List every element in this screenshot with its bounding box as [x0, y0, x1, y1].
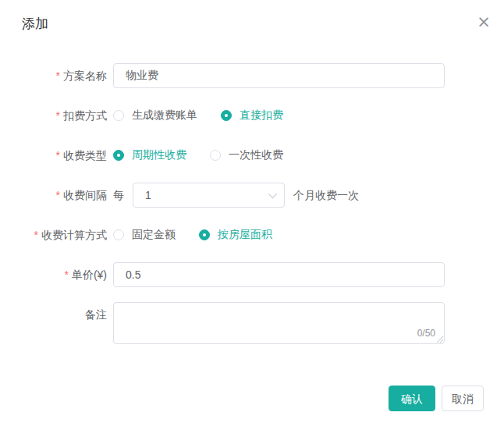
required-asterisk: *	[56, 149, 60, 162]
form-row-charge-type: *收费类型 周期性收费 一次性收费	[0, 143, 504, 168]
radio-label: 固定金额	[132, 228, 176, 242]
radio-unchecked-icon	[113, 229, 124, 240]
radio-fixed-amount[interactable]: 固定金额	[113, 228, 176, 242]
required-asterisk: *	[64, 268, 68, 281]
form-row-charge-interval: *收费间隔 每 1 个月收费一次	[0, 183, 504, 208]
required-asterisk: *	[34, 229, 38, 241]
form-row-deduct-method: *扣费方式 生成缴费账单 直接扣费	[0, 103, 504, 128]
confirm-button[interactable]: 确认	[389, 386, 435, 411]
form-row-remark: 备注 0/50	[0, 302, 504, 346]
charge-interval-label: *收费间隔	[0, 183, 113, 208]
radio-checked-icon	[199, 229, 210, 240]
radio-label: 周期性收费	[132, 148, 186, 162]
dialog-title: 添加	[22, 16, 48, 31]
interval-prefix: 每	[113, 183, 124, 208]
radio-label: 按房屋面积	[218, 228, 272, 242]
required-asterisk: *	[56, 69, 60, 82]
interval-select-value: 1	[145, 189, 151, 201]
radio-generate-bill[interactable]: 生成缴费账单	[113, 108, 197, 123]
deduct-method-label: *扣费方式	[0, 103, 113, 128]
radio-onetime-charge[interactable]: 一次性收费	[210, 148, 283, 162]
plan-name-label: *方案名称	[0, 63, 113, 88]
remark-label: 备注	[0, 302, 113, 327]
unit-price-input[interactable]	[113, 262, 445, 287]
resize-handle-icon[interactable]	[435, 335, 443, 343]
interval-select[interactable]: 1	[133, 183, 285, 208]
required-asterisk: *	[56, 109, 60, 122]
cancel-button[interactable]: 取消	[442, 386, 484, 411]
radio-label: 一次性收费	[229, 148, 283, 162]
required-asterisk: *	[56, 189, 60, 201]
form-row-plan-name: *方案名称	[0, 63, 504, 88]
radio-by-house-area[interactable]: 按房屋面积	[199, 228, 272, 242]
chevron-down-icon	[268, 190, 277, 198]
radio-periodic-charge[interactable]: 周期性收费	[113, 148, 186, 162]
radio-direct-deduct[interactable]: 直接扣费	[221, 108, 283, 123]
radio-label: 生成缴费账单	[132, 108, 197, 123]
add-dialog: 添加 × *方案名称 *扣费方式 生成缴费账单 直接扣费	[0, 0, 504, 430]
radio-checked-icon	[113, 150, 124, 161]
add-form: *方案名称 *扣费方式 生成缴费账单 直接扣费 *收费类型	[0, 63, 504, 346]
close-icon[interactable]: ×	[474, 12, 493, 31]
calc-method-label: *收费计算方式	[0, 222, 113, 247]
remark-textarea-wrap: 0/50	[113, 302, 445, 346]
dialog-footer: 确认 取消	[389, 386, 484, 411]
radio-label: 直接扣费	[240, 108, 283, 123]
form-row-unit-price: *单价(¥)	[0, 262, 504, 287]
radio-unchecked-icon	[210, 150, 221, 161]
charge-type-label: *收费类型	[0, 143, 113, 168]
radio-unchecked-icon	[113, 110, 124, 121]
dialog-header: 添加	[0, 0, 504, 33]
plan-name-input[interactable]	[113, 63, 445, 88]
form-row-calc-method: *收费计算方式 固定金额 按房屋面积	[0, 222, 504, 247]
interval-suffix: 个月收费一次	[293, 183, 359, 208]
unit-price-label: *单价(¥)	[0, 262, 113, 287]
radio-checked-icon	[221, 110, 232, 121]
remark-textarea[interactable]	[113, 302, 445, 344]
